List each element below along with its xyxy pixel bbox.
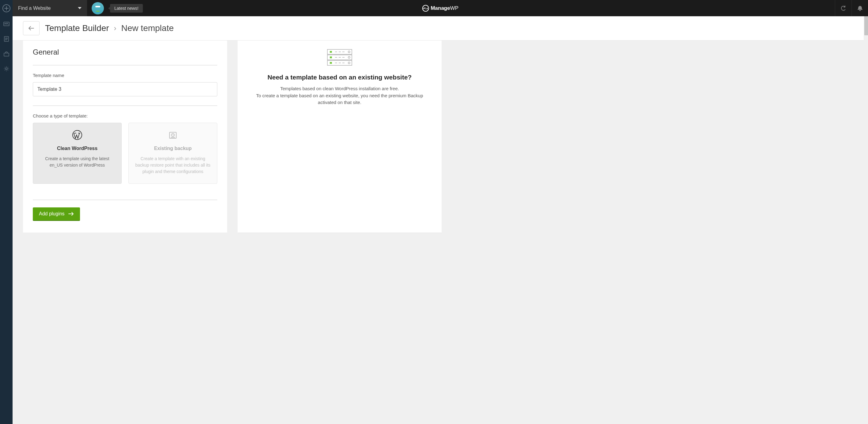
type-backup-desc: Create a template with an existing backu… bbox=[134, 156, 212, 175]
info-text-2: To create a template based on an existin… bbox=[249, 92, 431, 106]
add-plugins-label: Add plugins bbox=[39, 211, 65, 217]
breadcrumb-root[interactable]: Template Builder bbox=[45, 23, 109, 33]
logo-icon bbox=[422, 5, 429, 12]
sidebar-nav bbox=[0, 0, 12, 424]
template-name-input[interactable] bbox=[33, 82, 217, 96]
scrollbar[interactable] bbox=[864, 16, 868, 424]
news-bubble[interactable]: Latest news! bbox=[110, 4, 143, 12]
svg-point-14 bbox=[348, 56, 350, 58]
type-backup-title: Existing backup bbox=[134, 146, 212, 151]
sidebar-settings[interactable] bbox=[4, 66, 9, 72]
backup-icon bbox=[134, 130, 212, 140]
add-plugins-button[interactable]: Add plugins bbox=[33, 207, 80, 220]
sidebar-reports[interactable] bbox=[4, 36, 9, 42]
svg-rect-13 bbox=[330, 56, 332, 58]
site-finder-dropdown[interactable]: Find a Website bbox=[12, 0, 87, 16]
sidebar-add[interactable] bbox=[0, 0, 12, 16]
topbar: Find a Website Latest news! ManageWP bbox=[12, 0, 868, 16]
server-icon bbox=[249, 49, 431, 66]
mascot-icon bbox=[92, 2, 104, 15]
svg-point-3 bbox=[5, 68, 7, 69]
back-button[interactable] bbox=[23, 21, 39, 35]
general-panel: General Template name Choose a type of t… bbox=[23, 40, 227, 232]
sidebar-dashboard[interactable] bbox=[3, 22, 9, 27]
chevron-right-icon: › bbox=[114, 24, 117, 32]
refresh-button[interactable] bbox=[835, 0, 851, 16]
scrollbar-thumb[interactable] bbox=[864, 16, 868, 35]
type-option-clean-wp[interactable]: Clean WordPress Create a template using … bbox=[33, 123, 122, 184]
page-header: Template Builder › New template bbox=[12, 16, 868, 40]
divider bbox=[33, 65, 217, 65]
breadcrumb: Template Builder › New template bbox=[45, 23, 174, 33]
choose-type-label: Choose a type of template: bbox=[33, 113, 217, 118]
section-title-general: General bbox=[33, 48, 217, 56]
info-title: Need a template based on an existing web… bbox=[249, 74, 431, 81]
type-clean-desc: Create a template using the latest en_US… bbox=[39, 156, 116, 168]
svg-rect-2 bbox=[4, 53, 9, 56]
chevron-down-icon bbox=[78, 7, 82, 9]
type-clean-title: Clean WordPress bbox=[39, 146, 116, 151]
brand-logo: ManageWP bbox=[422, 5, 459, 12]
type-option-existing-backup[interactable]: Existing backup Create a template with a… bbox=[128, 123, 217, 184]
svg-point-4 bbox=[73, 131, 82, 140]
news-area: Latest news! bbox=[92, 2, 143, 15]
sidebar-toolbox[interactable] bbox=[3, 51, 9, 57]
divider bbox=[33, 106, 217, 106]
wordpress-icon bbox=[39, 130, 116, 140]
svg-point-12 bbox=[348, 51, 350, 53]
info-panel: Need a template based on an existing web… bbox=[238, 40, 442, 232]
notifications-button[interactable] bbox=[851, 0, 868, 16]
template-name-label: Template name bbox=[33, 73, 217, 78]
svg-point-16 bbox=[348, 62, 350, 64]
svg-rect-15 bbox=[330, 62, 332, 64]
arrow-right-icon bbox=[68, 212, 74, 216]
plus-icon bbox=[2, 4, 10, 12]
svg-rect-11 bbox=[330, 51, 332, 53]
info-text-1: Templates based on clean WordPress insta… bbox=[249, 85, 431, 92]
logo-text: ManageWP bbox=[431, 5, 459, 11]
svg-rect-7 bbox=[171, 137, 175, 138]
site-finder-label: Find a Website bbox=[18, 5, 51, 11]
breadcrumb-current: New template bbox=[121, 23, 174, 33]
divider bbox=[33, 200, 217, 200]
